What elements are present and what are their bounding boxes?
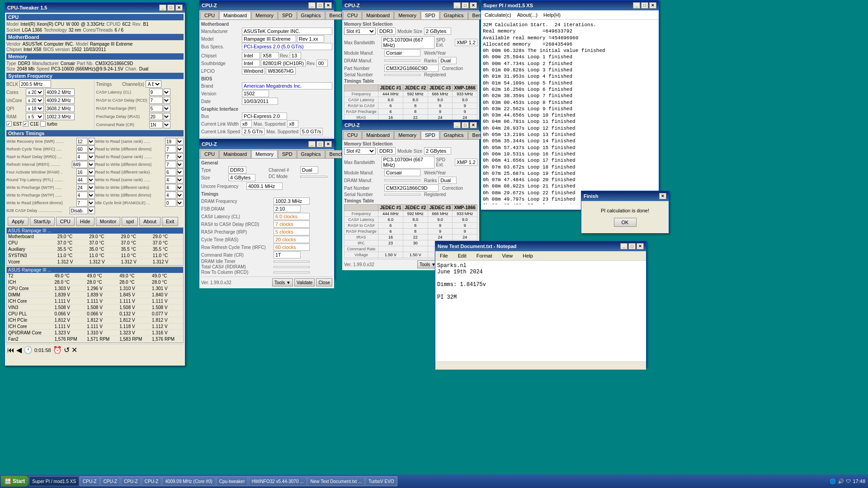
tab-memory-mem[interactable]: Memory (251, 150, 278, 158)
tools-btn-mem[interactable]: Tools ▼ (272, 278, 293, 286)
finish-close[interactable]: ✕ (659, 193, 666, 199)
about-menu[interactable]: About(...) (514, 11, 540, 19)
twtp-sel[interactable]: ▼ (89, 184, 95, 191)
wtr-sr2-sel[interactable]: ▼ (177, 176, 184, 183)
wtw-dd-sel[interactable]: ▼ (177, 192, 184, 199)
wtr-dd-sel[interactable]: ▼ (89, 199, 95, 206)
tab-mainboard[interactable]: Mainboard (219, 11, 251, 19)
tab-spd-spd2[interactable]: SPD (421, 131, 439, 139)
tab-mainboard-mem[interactable]: Mainboard (219, 150, 251, 158)
twtp2-input[interactable] (76, 192, 88, 199)
super-pi-min[interactable]: _ (633, 2, 640, 9)
tab-cpu-mem[interactable]: CPU (200, 150, 219, 158)
c1e-checkbox[interactable] (23, 121, 28, 127)
tab-spd[interactable]: SPD (278, 11, 297, 19)
tab-spd-mem[interactable]: SPD (278, 150, 297, 158)
help-menu[interactable]: Help(H) (541, 11, 563, 19)
trefi-sel[interactable]: ▼ (89, 161, 95, 168)
cores-freq-input[interactable] (45, 89, 75, 96)
super-pi-close[interactable]: ✕ (649, 2, 656, 9)
slot-select-2[interactable]: Slot #2 (344, 147, 376, 155)
rcd-input[interactable] (149, 97, 163, 104)
taskbar-hwinfo[interactable]: HWiNFO32 v5.44-3070 ... (249, 476, 307, 486)
close-btn-mem[interactable]: Close (316, 278, 332, 286)
tab-mem-spd1[interactable]: Memory (394, 11, 420, 19)
taskbar-4009[interactable]: 4009.09 MHz (Core #0) (162, 476, 216, 486)
cpuz-mb-min[interactable]: _ (308, 2, 316, 9)
cas-select[interactable]: ▼ (164, 89, 170, 96)
help-menu-np[interactable]: Help (520, 252, 536, 259)
cpuz-mem-max[interactable]: □ (316, 141, 324, 147)
rtr-sr-input[interactable] (165, 153, 176, 160)
trfc-input[interactable] (76, 145, 88, 153)
tab-cpu-spd1[interactable]: CPU (343, 11, 362, 19)
super-pi-max[interactable]: □ (641, 2, 648, 9)
tras-select[interactable]: ▼ (164, 113, 170, 120)
back-icon[interactable]: ◀ (16, 346, 22, 354)
minimize-button[interactable]: _ (159, 5, 166, 11)
tfaw-input[interactable] (76, 169, 88, 176)
edit-menu[interactable]: Edit (455, 252, 469, 259)
tab-gfx-spd2[interactable]: Graphics (440, 131, 468, 139)
cas-input[interactable] (149, 89, 163, 96)
rtl-sel[interactable]: ▼ (89, 176, 95, 183)
stop-icon[interactable]: ✕ (71, 346, 77, 354)
rtl-input[interactable] (76, 176, 88, 183)
idle-cycle-sel[interactable]: ▼ (177, 199, 184, 206)
cr-select[interactable]: ▼ (164, 121, 170, 128)
cpuz-spd2-close[interactable]: ✕ (470, 122, 477, 128)
wtr-sr-input[interactable] (165, 138, 176, 145)
rtw-dd2-sel[interactable]: ▼ (177, 161, 184, 168)
twtp2-sel[interactable]: ▼ (89, 192, 95, 199)
rp-select[interactable]: ▼ (164, 105, 170, 112)
ram-freq-input[interactable] (45, 113, 75, 120)
tfaw-sel[interactable]: ▼ (89, 169, 95, 176)
wtw-dd-input[interactable] (165, 192, 176, 199)
refresh-icon[interactable]: ↺ (64, 346, 70, 354)
b2b-cas-input[interactable] (70, 207, 88, 214)
tab-mb-spd2[interactable]: Mainboard (362, 131, 394, 139)
twr-sel[interactable]: ▼ (89, 138, 95, 145)
finish-ok-button[interactable]: OK (614, 218, 637, 227)
wtr-dd-input[interactable] (76, 199, 88, 206)
cr-input[interactable] (149, 121, 163, 128)
wtr-sr-sel[interactable]: ▼ (177, 138, 184, 145)
qpi-freq-input[interactable] (45, 105, 75, 112)
exit-button[interactable]: Exit (162, 217, 178, 226)
about-button[interactable]: About (139, 217, 160, 226)
cores-mult-select[interactable]: x 20 (26, 89, 44, 96)
tab-cpu-spd2[interactable]: CPU (343, 131, 362, 139)
channel-select[interactable]: A B (146, 80, 161, 88)
cpuz-spd2-min[interactable]: _ (453, 122, 461, 128)
rtw-dd-input[interactable] (165, 145, 176, 153)
cpuz-mem-min[interactable]: _ (308, 141, 316, 147)
uncore-mult-select[interactable]: x 20 (26, 97, 44, 104)
tras-input[interactable] (149, 113, 163, 120)
rtr-dr-sel[interactable]: ▼ (177, 169, 184, 176)
taskbar-cpuz-3[interactable]: CPU-Z (121, 476, 141, 486)
hide-button[interactable]: Hide (76, 217, 94, 226)
rtr-sr-sel[interactable]: ▼ (177, 153, 184, 160)
tab-mb-spd1[interactable]: Mainboard (362, 11, 394, 19)
start-button[interactable]: 🪟 Start (1, 476, 28, 487)
cpuz-mb-max[interactable]: □ (316, 2, 324, 9)
spd-button[interactable]: spd (122, 217, 138, 226)
taskbar-notepad[interactable]: New Text Document.txt ... (307, 476, 365, 486)
taskbar-cpuz-1[interactable]: CPU-Z (80, 476, 100, 486)
ram-mult-select[interactable]: x 5 (26, 113, 44, 120)
cpuz-spd1-close[interactable]: ✕ (470, 2, 477, 9)
rp-input[interactable] (149, 105, 163, 112)
taskbar-cpuz-4[interactable]: CPU-Z (142, 476, 162, 486)
notepad-min[interactable]: _ (620, 243, 627, 249)
monitor-button[interactable]: Monitor (96, 217, 121, 226)
taskbar-super-pi[interactable]: Super PI / mod1.5 XS (29, 476, 79, 486)
twtp-input[interactable] (76, 184, 88, 191)
uncore-freq-input[interactable] (45, 97, 75, 104)
tab-graphics-mem[interactable]: Graphics (297, 150, 325, 158)
timer-icon[interactable]: 🕐 (24, 346, 33, 354)
maximize-button[interactable]: □ (167, 5, 175, 11)
slot-select-1[interactable]: Slot #1 (344, 28, 376, 35)
format-menu[interactable]: Format (474, 252, 495, 259)
rtw-dd2-input[interactable] (165, 161, 176, 168)
cpuz-spd2-max[interactable]: □ (462, 122, 469, 128)
